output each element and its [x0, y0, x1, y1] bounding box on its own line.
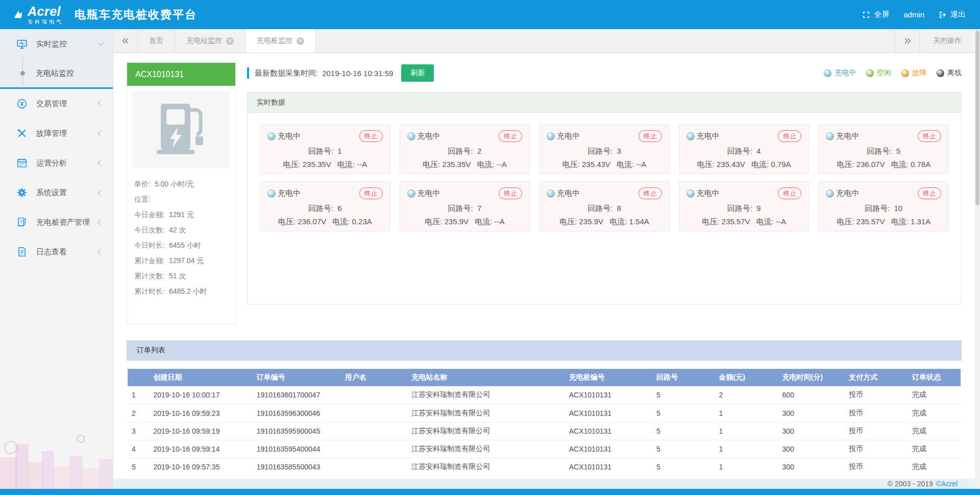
vertical-scrollbar[interactable]: [975, 29, 980, 489]
table-cell: 投币: [845, 440, 908, 458]
scrollbar-thumb[interactable]: [975, 31, 979, 205]
circuit-number-label: 回路号:: [308, 147, 333, 155]
circuit-status-label: 充电中: [278, 131, 301, 141]
sidebar-item-transactions[interactable]: 交易管理: [0, 89, 113, 119]
table-cell: 完成: [908, 422, 961, 440]
sidebar-item-label: 故障管理: [36, 129, 67, 138]
stat-line: 今日金额:1291 元: [132, 207, 230, 223]
terminate-button[interactable]: 终止: [359, 187, 383, 199]
sidebar-item-logs[interactable]: 日志查看: [0, 237, 113, 267]
table-cell: ACX1010131: [565, 458, 652, 476]
tab-pile-monitor[interactable]: 充电桩监控: [246, 29, 316, 53]
current-label: 电流:: [609, 217, 627, 226]
sidebar-subitem-station-monitor[interactable]: 充电站监控: [0, 59, 113, 87]
sidebar-item-realtime-monitor[interactable]: 实时监控: [0, 29, 113, 59]
tab-close-icon[interactable]: [226, 37, 234, 45]
table-cell: [341, 458, 408, 476]
terminate-button[interactable]: 终止: [499, 130, 522, 142]
legend-label: 离线: [947, 68, 962, 78]
table-cell: 完成: [908, 440, 961, 458]
circuit-card: 充电中 终止 回路号: 10 电压: 235.57V 电流: 1.31A: [818, 181, 949, 231]
column-header: 订单编号: [253, 369, 341, 386]
circuit-card: 充电中 终止 回路号: 4 电压: 235.43V 电流: 0.79A: [679, 124, 810, 174]
table-cell: 2019-10-16 09:59:14: [149, 440, 252, 458]
stat-label: 累计金额:: [134, 256, 165, 266]
chevron-left-icon: [97, 190, 103, 195]
logout-icon: [939, 11, 947, 19]
fullscreen-button[interactable]: 全屏: [862, 10, 889, 19]
circuit-status-dot: [826, 132, 834, 140]
circuit-status-dot: [547, 132, 555, 140]
table-cell: 2019-10-16 09:59:23: [149, 404, 252, 422]
username[interactable]: admin: [903, 10, 924, 19]
table-cell: 投币: [845, 386, 908, 404]
column-header: 金额(元): [715, 369, 778, 386]
tab-station-monitor[interactable]: 充电站监控: [175, 29, 246, 53]
acrel-logo-icon: [13, 10, 23, 20]
voltage-label: 电压:: [837, 160, 854, 169]
calendar-icon: [16, 157, 28, 169]
table-cell: 江苏安科瑞制造有限公司: [407, 422, 565, 440]
circuit-card: 充电中 终止 回路号: 7 电压: 235.9V 电流: --A: [400, 181, 530, 231]
column-header: 充电站名称: [407, 369, 565, 386]
terminate-button[interactable]: 终止: [918, 130, 941, 142]
current-label: 电流:: [617, 160, 634, 169]
transaction-icon: [16, 98, 28, 109]
table-row: 52019-10-16 09:57:351910163585500043江苏安科…: [128, 458, 961, 476]
terminate-button[interactable]: 终止: [499, 187, 522, 199]
station-stats: 单价:5.00 小时/元位置:今日金额:1291 元今日次数:42 次今日时长:…: [132, 177, 230, 299]
terminate-button[interactable]: 终止: [639, 130, 662, 142]
current-value: --A: [636, 160, 646, 169]
table-cell: 1: [715, 404, 778, 422]
logout-button[interactable]: 退出: [939, 10, 966, 19]
table-cell: 江苏安科瑞制造有限公司: [407, 458, 565, 476]
legend-item: 故障: [901, 68, 926, 78]
circuit-status-dot: [687, 190, 695, 198]
terminate-button[interactable]: 终止: [639, 187, 662, 199]
stat-value: 1291 元: [169, 210, 194, 220]
double-right-chevron-icon: [904, 37, 911, 44]
sidebar-item-label: 充电桩资产管理: [36, 218, 90, 227]
gear-icon: [16, 187, 28, 198]
voltage-label: 电压:: [559, 217, 577, 226]
circuit-status-dot: [407, 132, 415, 140]
legend-label: 故障: [912, 68, 926, 78]
refresh-button[interactable]: 刷新: [401, 64, 434, 82]
chevron-left-icon: [97, 130, 103, 136]
brand-link[interactable]: ©Acrel: [936, 480, 958, 488]
circuit-card: 充电中 终止 回路号: 1 电压: 235.35V 电流: --A: [260, 124, 390, 174]
sidebar-item-settings[interactable]: 系统设置: [0, 178, 113, 207]
tab-scroll-left-button[interactable]: [113, 29, 138, 53]
tab-home[interactable]: 首页: [138, 29, 175, 53]
stat-line: 位置:: [132, 192, 230, 207]
column-header: 创建日期: [149, 369, 252, 386]
current-value: 0.78A: [911, 160, 930, 169]
terminate-button[interactable]: 终止: [778, 187, 801, 199]
sidebar-item-pile-assets[interactable]: 充电桩资产管理: [0, 207, 113, 237]
circuit-status-label: 充电中: [278, 188, 301, 198]
voltage-label: 电压:: [278, 217, 296, 226]
bottom-accent-strip: [0, 489, 980, 495]
page-title: 电瓶车充电桩收费平台: [75, 7, 197, 22]
terminate-button[interactable]: 终止: [778, 130, 801, 142]
tab-scroll-right-button[interactable]: [895, 29, 919, 53]
voltage-value: 236.07V: [298, 217, 326, 226]
sidebar-item-faults[interactable]: 故障管理: [0, 119, 113, 148]
table-cell: 投币: [845, 422, 908, 440]
circuit-number-label: 回路号:: [867, 147, 892, 155]
document-icon: [16, 246, 28, 257]
current-value: 1.31A: [911, 217, 930, 226]
chevron-left-icon: [97, 219, 103, 225]
stat-label: 今日时长:: [134, 241, 165, 250]
orders-table: 创建日期订单编号用户名充电站名称充电桩编号回路号金额(元)充电时间(分)支付方式…: [128, 369, 961, 476]
sidebar-item-operations-analysis[interactable]: 运营分析: [0, 148, 113, 178]
tab-close-icon[interactable]: [297, 37, 304, 45]
tools-icon: [16, 128, 28, 139]
stat-value: 5.00 小时/元: [155, 180, 194, 189]
legend-label: 空闲: [877, 68, 891, 78]
close-operations-button[interactable]: 关闭操作: [919, 29, 975, 53]
sidebar-item-label: 交易管理: [36, 99, 67, 109]
terminate-button[interactable]: 终止: [918, 187, 941, 199]
terminate-button[interactable]: 终止: [359, 130, 383, 142]
table-cell: ACX1010131: [565, 404, 652, 422]
